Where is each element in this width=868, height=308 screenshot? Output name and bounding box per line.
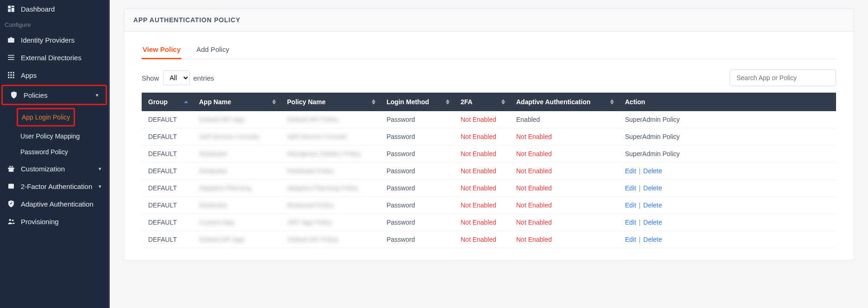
cell-policy-name: Redacted Policy	[281, 163, 380, 180]
search-input[interactable]	[730, 69, 836, 86]
cell-login-method: Password	[380, 145, 454, 163]
delete-link[interactable]: Delete	[643, 201, 662, 209]
cell-policy-name: Self Service Console	[281, 128, 380, 145]
cell-adaptive: Not Enabled	[510, 145, 618, 163]
col-group[interactable]: Group	[142, 93, 193, 111]
briefcase-icon	[7, 36, 15, 44]
apps-grid-icon	[7, 71, 15, 79]
edit-link[interactable]: Edit	[625, 236, 636, 243]
sort-icon	[610, 100, 614, 105]
svg-point-22	[9, 219, 12, 221]
cell-action: SuperAdmin Policy	[618, 145, 836, 163]
sort-indicator-icon	[184, 101, 188, 103]
cell-policy-name: Default API Policy	[281, 231, 380, 248]
edit-link[interactable]: Edit	[625, 167, 636, 175]
sidebar-subitem-app-login-policy[interactable]: App Login Policy	[17, 108, 75, 126]
cell-login-method: Password	[380, 231, 454, 248]
sort-icon	[446, 100, 450, 105]
col-policy-name[interactable]: Policy Name	[281, 93, 380, 111]
action-divider: |	[636, 219, 643, 226]
sidebar-item-provisioning[interactable]: Provisioning	[0, 213, 108, 230]
cell-app-name: Redacted	[193, 163, 281, 180]
cell-action: Edit | Delete	[618, 163, 836, 180]
svg-point-23	[12, 220, 14, 221]
cell-action: SuperAdmin Policy	[618, 128, 836, 145]
col-2fa[interactable]: 2FA	[454, 93, 510, 111]
svg-rect-18	[11, 168, 12, 172]
delete-link[interactable]: Delete	[643, 167, 662, 175]
sidebar-item-dashboard[interactable]: Dashboard	[0, 0, 108, 18]
svg-rect-21	[8, 184, 14, 189]
col-app-name[interactable]: App Name	[193, 93, 281, 111]
cell-group: DEFAULT	[142, 231, 193, 248]
shield-icon	[10, 91, 18, 99]
cell-2fa: Not Enabled	[454, 163, 510, 180]
table-controls: Show All entries	[142, 69, 836, 86]
svg-point-19	[9, 166, 11, 167]
cell-app-name: Default API App	[193, 231, 281, 248]
sidebar-item-label: Customization	[21, 165, 93, 173]
panel-title: APP AUTHENTICATION POLICY	[124, 9, 854, 31]
edit-link[interactable]: Edit	[625, 184, 636, 192]
cell-app-name: Default API App	[193, 111, 281, 128]
sidebar: Dashboard Configure Identity Providers E…	[0, 0, 110, 308]
tab-add-policy[interactable]: Add Policy	[195, 41, 230, 59]
cell-2fa: Not Enabled	[454, 197, 510, 214]
sidebar-item-identity-providers[interactable]: Identity Providers	[0, 31, 108, 49]
cell-login-method: Password	[380, 163, 454, 180]
svg-rect-9	[13, 72, 14, 73]
sidebar-item-external-directories[interactable]: External Directories	[0, 49, 108, 66]
cell-adaptive: Not Enabled	[510, 197, 618, 214]
keypad-icon	[7, 182, 15, 190]
sidebar-subitem-password-policy[interactable]: Password Policy	[17, 144, 108, 160]
cell-policy-name: JWT App Policy	[281, 214, 380, 231]
tab-view-policy[interactable]: View Policy	[142, 41, 181, 59]
cell-policy-name: Wordpress (SAML) Policy	[281, 145, 380, 163]
action-divider: |	[636, 184, 643, 192]
cell-action: Edit | Delete	[618, 180, 836, 197]
policy-tabs: View Policy Add Policy	[142, 41, 836, 59]
svg-rect-0	[8, 6, 11, 8]
cell-login-method: Password	[380, 197, 454, 214]
sidebar-section-configure: Configure	[0, 18, 108, 31]
list-icon	[7, 53, 15, 62]
table-row: DEFAULTCustom AppJWT App PolicyPasswordN…	[142, 214, 836, 231]
cell-2fa: Not Enabled	[454, 180, 510, 197]
cell-adaptive: Not Enabled	[510, 180, 618, 197]
delete-link[interactable]: Delete	[643, 236, 662, 243]
sidebar-subitem-user-policy-mapping[interactable]: User Policy Mapping	[17, 128, 108, 144]
cell-group: DEFAULT	[142, 214, 193, 231]
sidebar-item-policies[interactable]: Policies ▾	[1, 85, 107, 105]
users-icon	[7, 217, 15, 226]
sidebar-item-adaptive-auth[interactable]: Adaptive Authentication	[0, 195, 108, 213]
cell-2fa: Not Enabled	[454, 231, 510, 248]
col-login-method[interactable]: Login Method	[380, 93, 454, 111]
svg-rect-10	[8, 75, 9, 76]
table-row: DEFAULTRedactedRedacted PolicyPasswordNo…	[142, 163, 836, 180]
table-row: DEFAULTDefault API AppDefault API Policy…	[142, 231, 836, 248]
svg-rect-11	[11, 75, 12, 76]
entries-select[interactable]: All	[163, 70, 190, 85]
cell-app-name: Redacted	[193, 197, 281, 214]
col-adaptive-auth[interactable]: Adaptive Authentication	[510, 93, 618, 111]
sidebar-item-apps[interactable]: Apps	[0, 66, 108, 84]
cell-action: Edit | Delete	[618, 214, 836, 231]
chevron-down-icon: ▾	[96, 92, 99, 98]
edit-link[interactable]: Edit	[625, 219, 636, 226]
cell-group: DEFAULT	[142, 180, 193, 197]
edit-link[interactable]: Edit	[625, 201, 636, 209]
delete-link[interactable]: Delete	[643, 184, 662, 192]
cell-adaptive: Not Enabled	[510, 214, 618, 231]
sidebar-item-label: Identity Providers	[21, 36, 101, 44]
delete-link[interactable]: Delete	[643, 219, 662, 226]
cell-login-method: Password	[380, 128, 454, 145]
cell-policy-name: Default API Policy	[281, 111, 380, 128]
cell-adaptive: Enabled	[510, 111, 618, 128]
sort-icon	[372, 100, 375, 105]
svg-rect-8	[11, 72, 12, 73]
sidebar-item-2fa[interactable]: 2-Factor Authentication ▾	[0, 177, 108, 195]
cell-group: DEFAULT	[142, 163, 193, 180]
sidebar-item-label: Policies	[24, 91, 90, 99]
table-row: DEFAULTDefault API AppDefault API Policy…	[142, 111, 836, 128]
sidebar-item-customization[interactable]: Customization ▾	[0, 160, 108, 177]
